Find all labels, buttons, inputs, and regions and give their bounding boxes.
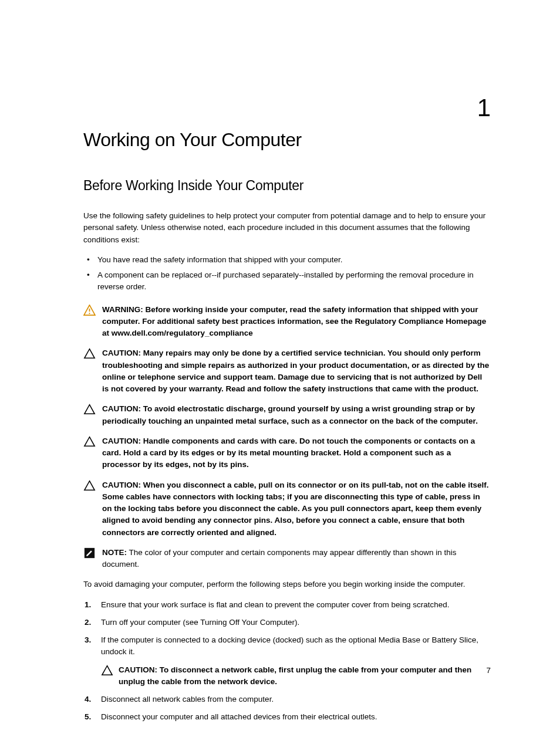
list-item: You have read the safety information tha… [83,254,491,266]
caution-text: CAUTION: Many repairs may only be done b… [102,347,491,395]
caution-admonition: CAUTION: To disconnect a network cable, … [101,664,491,688]
transition-paragraph: To avoid damaging your computer, perform… [83,579,491,590]
caution-admonition: CAUTION: Many repairs may only be done b… [83,347,491,395]
warning-admonition: WARNING: Before working inside your comp… [83,304,491,340]
step-item: Disconnect all network cables from the c… [83,694,491,705]
step-item: If the computer is connected to a dockin… [83,634,491,688]
steps-list: Ensure that your work surface is flat an… [83,599,491,723]
caution-triangle-icon [101,664,119,676]
note-text: NOTE: The color of your computer and cer… [102,547,491,571]
section-heading: Before Working Inside Your Computer [83,178,491,194]
list-item: A component can be replaced or--if purch… [83,269,491,293]
step-item: Ensure that your work surface is flat an… [83,599,491,611]
note-pencil-icon [83,547,102,559]
caution-triangle-icon [83,347,102,359]
page-title: Working on Your Computer [83,129,491,151]
caution-text: CAUTION: To disconnect a network cable, … [119,664,491,688]
svg-point-1 [89,312,90,313]
caution-admonition: CAUTION: When you disconnect a cable, pu… [83,479,491,539]
step-item: Disconnect your computer and all attache… [83,711,491,723]
caution-text: CAUTION: To avoid electrostatic discharg… [102,403,491,427]
caution-triangle-icon [83,479,102,491]
caution-triangle-icon [83,435,102,447]
note-admonition: NOTE: The color of your computer and cer… [83,547,491,571]
conditions-list: You have read the safety information tha… [83,254,491,293]
warning-triangle-icon [83,304,102,316]
page-number: 7 [486,666,491,675]
step-item: Turn off your computer (see Turning Off … [83,617,491,628]
caution-admonition: CAUTION: To avoid electrostatic discharg… [83,403,491,427]
warning-text: WARNING: Before working inside your comp… [102,304,491,340]
caution-triangle-icon [83,403,102,415]
caution-text: CAUTION: Handle components and cards wit… [102,435,491,471]
intro-paragraph: Use the following safety guidelines to h… [83,210,491,246]
chapter-number: 1 [477,94,491,122]
caution-text: CAUTION: When you disconnect a cable, pu… [102,479,491,539]
caution-admonition: CAUTION: Handle components and cards wit… [83,435,491,471]
